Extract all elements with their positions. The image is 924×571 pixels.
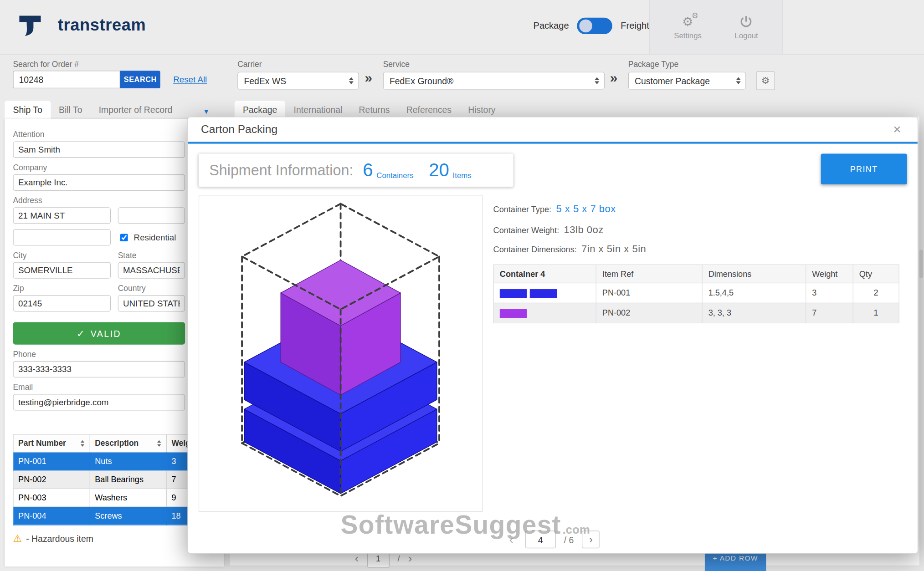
address-tabs-caret-icon[interactable]: ▼ xyxy=(203,107,210,115)
service-value: FedEx Ground® xyxy=(390,76,453,86)
city-field[interactable] xyxy=(13,262,111,279)
cell-item-ref: PN-002 xyxy=(596,303,702,323)
background-page-separator: / xyxy=(398,554,400,563)
table-row[interactable]: PN-001 1.5,4,5 3 2 xyxy=(493,283,899,303)
col-part-number[interactable]: Part Number xyxy=(13,434,90,452)
shipment-info-label: Shipment Information: xyxy=(209,162,353,179)
container-dimensions-label: Container Dimensions: xyxy=(493,245,577,254)
brand: transtream xyxy=(16,12,146,39)
cell-dimensions: 1.5,4,5 xyxy=(702,283,806,303)
carrier-select[interactable]: FedEx WS xyxy=(237,72,359,90)
cell-part-number: PN-001 xyxy=(13,452,90,470)
settings-gear-icon: ⚙ ⚙ xyxy=(678,14,697,30)
service-label: Service xyxy=(383,60,605,69)
tab-importer-of-record[interactable]: Importer of Record xyxy=(91,101,181,119)
state-field[interactable] xyxy=(118,262,185,279)
modal-header: Carton Packing × xyxy=(188,117,918,142)
parts-table-header-row: Part Number Description Weight xyxy=(13,434,217,452)
settings-button[interactable]: ⚙ ⚙ Settings xyxy=(674,14,702,40)
address1-field[interactable] xyxy=(13,207,111,224)
app-header: transtream Package Freight ⚙ ⚙ Settings xyxy=(0,0,924,55)
swatch-cell xyxy=(493,303,596,323)
zip-field[interactable] xyxy=(13,295,111,311)
order-search-input[interactable] xyxy=(13,71,120,88)
transtream-logo-icon xyxy=(16,12,43,39)
tab-ship-to[interactable]: Ship To xyxy=(5,101,51,119)
tab-bill-to[interactable]: Bill To xyxy=(51,101,91,119)
table-row[interactable]: PN-003 Washers 9 xyxy=(13,489,217,507)
zip-label: Zip xyxy=(13,284,118,292)
app-root: transtream Package Freight ⚙ ⚙ Settings xyxy=(0,0,924,571)
package-settings-button[interactable]: ⚙ xyxy=(756,71,775,90)
search-order-label: Search for Order # xyxy=(13,60,79,69)
search-button[interactable]: SEARCH xyxy=(120,71,160,88)
cell-description: Screws xyxy=(90,507,166,525)
cell-item-ref: PN-001 xyxy=(596,283,702,303)
brand-name: transtream xyxy=(58,16,146,35)
address-tabs: Ship To Bill To Importer of Record xyxy=(5,100,180,119)
print-button[interactable]: PRINT xyxy=(821,154,907,184)
modal-title: Carton Packing xyxy=(201,123,277,136)
settings-label: Settings xyxy=(674,31,702,40)
carrier-value: FedEx WS xyxy=(244,76,286,86)
hazard-icon: ⚠ xyxy=(13,532,22,545)
package-mode-label: Package xyxy=(534,20,569,31)
valid-label: VALID xyxy=(91,328,122,338)
cell-description: Washers xyxy=(90,489,166,507)
address3-field[interactable] xyxy=(13,229,111,245)
container-weight-line: Container Weight: 13lb 0oz xyxy=(493,224,604,236)
item-color-swatch xyxy=(500,289,527,298)
address-valid-button[interactable]: ✓ VALID xyxy=(13,322,185,344)
table-row[interactable]: PN-002 3, 3, 3 7 1 xyxy=(493,303,899,323)
freight-mode-label: Freight xyxy=(621,20,649,31)
residential-label: Residential xyxy=(134,233,176,242)
sort-icon xyxy=(157,440,161,447)
residential-option: Residential xyxy=(118,232,176,243)
company-label: Company xyxy=(13,163,216,172)
watermark-suffix: .com xyxy=(562,523,590,537)
power-icon xyxy=(739,14,754,30)
table-row[interactable]: PN-004 Screws 18 xyxy=(13,507,217,525)
country-field[interactable] xyxy=(118,295,185,311)
hazardous-note: ⚠ - Hazardous item xyxy=(13,532,216,545)
watermark: SoftwareSuggest .com xyxy=(341,510,590,540)
container-weight-value: 13lb 0oz xyxy=(564,224,604,236)
service-select[interactable]: FedEx Ground® xyxy=(383,72,605,90)
shipment-info-card: Shipment Information: 6 Containers 20 It… xyxy=(199,154,513,187)
toggle-knob xyxy=(580,20,592,32)
item-color-swatch xyxy=(500,309,527,318)
carrier-group: Carrier FedEx WS xyxy=(237,60,359,90)
table-row[interactable]: PN-001 Nuts 3 xyxy=(13,452,217,470)
container-type-label: Container Type: xyxy=(493,204,552,214)
residential-checkbox[interactable] xyxy=(120,234,128,241)
address2-field[interactable] xyxy=(118,207,185,224)
watermark-text: SoftwareSuggest xyxy=(341,510,561,540)
city-label: City xyxy=(13,251,118,260)
close-icon[interactable]: × xyxy=(889,122,904,137)
logout-label: Logout xyxy=(734,31,758,40)
package-type-select[interactable]: Customer Package xyxy=(628,72,746,90)
email-field[interactable] xyxy=(13,394,185,410)
cell-part-number: PN-002 xyxy=(13,470,90,489)
col-item-ref: Item Ref xyxy=(596,265,702,283)
parts-table: Part Number Description Weight PN-001 Nu… xyxy=(13,434,217,525)
sort-icon xyxy=(80,440,85,447)
table-row[interactable]: PN-002 Ball Bearings 7 xyxy=(13,470,217,489)
reset-all-link[interactable]: Reset All xyxy=(173,75,207,84)
item-color-swatch xyxy=(530,289,557,298)
company-field[interactable] xyxy=(13,174,185,191)
container-3d-view xyxy=(199,195,483,512)
package-type-label: Package Type xyxy=(628,60,746,69)
items-count: 20 xyxy=(429,160,449,181)
package-freight-toggle[interactable] xyxy=(577,18,613,34)
cell-description: Nuts xyxy=(90,452,166,470)
scrollbar-thumb[interactable] xyxy=(919,250,923,278)
service-group: Service FedEx Ground® xyxy=(383,60,605,90)
col-description[interactable]: Description xyxy=(90,434,166,452)
attention-field[interactable] xyxy=(13,141,185,158)
container-3d-drawing xyxy=(199,195,482,511)
phone-field[interactable] xyxy=(13,361,185,377)
phone-label: Phone xyxy=(13,350,216,358)
container-type-link[interactable]: 5 x 5 x 7 box xyxy=(556,203,616,215)
logout-button[interactable]: Logout xyxy=(734,14,758,40)
